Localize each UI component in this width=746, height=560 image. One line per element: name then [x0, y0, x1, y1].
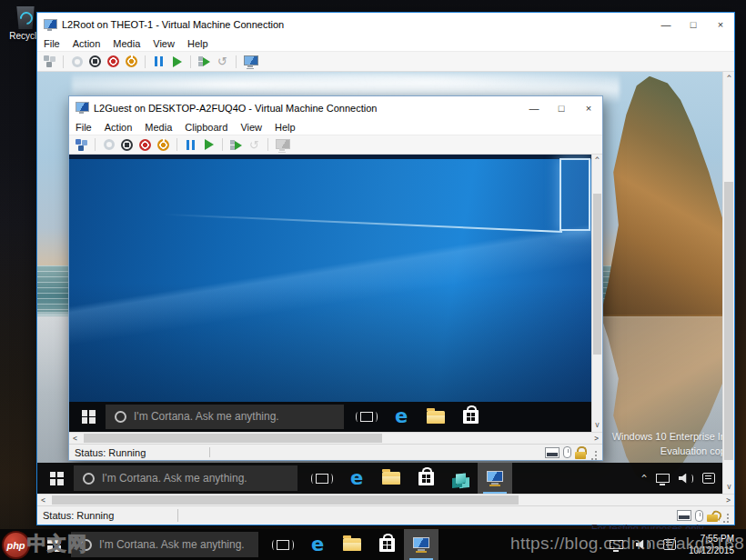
store-icon	[418, 472, 434, 485]
scroll-down-arrow[interactable]: v	[595, 422, 600, 429]
pause-icon[interactable]	[152, 55, 166, 68]
scroll-left-arrow[interactable]: <	[41, 497, 45, 505]
resize-grip[interactable]	[590, 449, 597, 456]
start-icon[interactable]	[70, 55, 84, 68]
inner-menu-view[interactable]: View	[234, 122, 268, 133]
l2root-task-view-button[interactable]	[305, 463, 339, 494]
inner-titlebar[interactable]: L2Guest on DESKTOP-A2FUQ4O - Virtual Mac…	[69, 96, 602, 119]
outer-close-button[interactable]: ×	[707, 13, 734, 36]
host-task-view-button[interactable]	[266, 529, 300, 560]
inner-vm-viewport: I'm Cortana. Ask me anything. e ^	[69, 155, 602, 432]
outer-menu-action[interactable]: Action	[66, 38, 107, 49]
l2root-store-button[interactable]	[408, 463, 443, 494]
shut-down-icon[interactable]	[106, 55, 120, 68]
inner-status-text: Status: Running	[75, 447, 146, 458]
l2root-cortana-search[interactable]: I'm Cortana. Ask me anything.	[74, 465, 297, 490]
vmconnect-icon	[486, 471, 504, 485]
outer-horizontal-scrollbar[interactable]: < >	[37, 494, 734, 505]
scroll-right-arrow[interactable]: >	[594, 435, 599, 443]
file-explorer-icon	[427, 411, 445, 424]
revert-icon[interactable]: ↺	[216, 55, 229, 68]
outer-maximize-button[interactable]: □	[680, 13, 707, 36]
outer-menu-media[interactable]: Media	[106, 38, 146, 49]
inner-menu-file[interactable]: File	[69, 122, 98, 133]
host-cortana-search[interactable]: I'm Cortana. Ask me anything.	[71, 532, 258, 556]
outer-menu-help[interactable]: Help	[181, 38, 215, 49]
outer-minimize-button[interactable]: —	[652, 13, 680, 36]
cortana-placeholder: I'm Cortana. Ask me anything.	[134, 410, 279, 423]
inner-vertical-scrollbar[interactable]: ^ v	[591, 155, 602, 432]
task-view-icon	[316, 474, 328, 484]
l2root-vmconnect-button[interactable]	[478, 463, 512, 494]
cortana-placeholder: I'm Cortana. Ask me anything.	[102, 472, 247, 485]
inner-menu-action[interactable]: Action	[98, 122, 139, 133]
start-icon[interactable]	[102, 138, 116, 152]
inner-menu-help[interactable]: Help	[268, 122, 302, 133]
revert-icon[interactable]: ↺	[247, 138, 261, 152]
l2guest-store-button[interactable]	[453, 402, 488, 432]
scroll-right-arrow[interactable]: >	[726, 497, 731, 505]
inner-vscroll-thumb[interactable]	[593, 194, 601, 355]
host-vmconnect-button[interactable]	[404, 529, 439, 560]
outer-status-text: Status: Running	[43, 510, 114, 521]
l2root-start-button[interactable]	[39, 463, 74, 494]
save-icon[interactable]	[125, 55, 138, 68]
l2root-edge-button[interactable]: e	[339, 463, 374, 494]
enhanced-session-icon[interactable]	[275, 138, 288, 152]
host-store-button[interactable]	[369, 529, 404, 560]
outer-titlebar[interactable]: L2Root on THEOT-1 - Virtual Machine Conn…	[37, 13, 734, 36]
mouse-capture-icon	[695, 510, 703, 522]
network-display-tray-icon[interactable]	[656, 474, 670, 483]
edge-icon: e	[395, 407, 408, 426]
l2root-file-explorer-button[interactable]	[374, 463, 408, 494]
save-icon[interactable]	[156, 138, 170, 152]
inner-menu-clipboard[interactable]: Clipboard	[178, 122, 234, 133]
checkpoint-icon[interactable]	[229, 138, 243, 152]
volume-tray-icon[interactable]	[679, 474, 693, 484]
inner-horizontal-scrollbar[interactable]: < >	[69, 432, 602, 444]
l2guest-task-view-button[interactable]	[349, 402, 384, 432]
pause-icon[interactable]	[184, 138, 197, 152]
outer-menu-file[interactable]: File	[37, 38, 66, 49]
scroll-left-arrow[interactable]: <	[73, 435, 77, 443]
inner-menu-media[interactable]: Media	[138, 122, 178, 133]
inner-minimize-button[interactable]: —	[520, 96, 548, 119]
inner-statusbar: Status: Running	[69, 444, 602, 460]
l2guest-screen: I'm Cortana. Ask me anything. e	[69, 155, 591, 432]
outer-hscroll-thumb[interactable]	[52, 495, 519, 505]
vmconnect-window-icon	[76, 102, 88, 114]
checkpoint-icon[interactable]	[197, 55, 211, 68]
show-hidden-icons-chevron[interactable]: ^	[641, 474, 647, 484]
vmconnect-window-icon	[44, 19, 56, 31]
turn-off-icon[interactable]	[88, 55, 102, 68]
turn-off-icon[interactable]	[120, 138, 134, 152]
l2root-screen: Windows 10 Enterprise In Evaluation cop …	[37, 72, 722, 494]
inner-window-title: L2Guest on DESKTOP-A2FUQ4O - Virtual Mac…	[94, 103, 377, 114]
ctrl-alt-del-icon[interactable]	[75, 138, 88, 152]
scroll-up-arrow[interactable]: ^	[727, 75, 731, 83]
shut-down-icon[interactable]	[138, 138, 152, 152]
scroll-up-arrow[interactable]: ^	[595, 157, 600, 165]
outer-vscroll-thumb[interactable]	[724, 182, 733, 460]
scroll-down-arrow[interactable]: v	[727, 484, 731, 491]
action-center-tray-icon[interactable]	[702, 473, 715, 484]
l2guest-start-button[interactable]	[71, 402, 106, 432]
inner-close-button[interactable]: ×	[575, 96, 602, 119]
outer-menu-view[interactable]: View	[146, 38, 181, 49]
resize-grip[interactable]	[721, 512, 729, 519]
enhanced-session-icon[interactable]	[243, 55, 257, 68]
hero-light-beam	[162, 214, 562, 233]
l2guest-edge-button[interactable]: e	[384, 402, 418, 432]
l2root-system-tray: ^	[641, 473, 722, 484]
host-file-explorer-button[interactable]	[335, 529, 369, 560]
l2guest-file-explorer-button[interactable]	[418, 402, 453, 432]
l2root-hyperv-manager-button[interactable]	[443, 463, 478, 494]
resume-icon[interactable]	[202, 138, 216, 152]
ctrl-alt-del-icon[interactable]	[43, 55, 56, 68]
host-edge-button[interactable]: e	[300, 529, 335, 560]
inner-hscroll-thumb[interactable]	[84, 434, 382, 443]
outer-vertical-scrollbar[interactable]: ^ v	[722, 72, 734, 494]
l2guest-cortana-search[interactable]: I'm Cortana. Ask me anything.	[106, 405, 344, 428]
resume-icon[interactable]	[170, 55, 184, 68]
inner-maximize-button[interactable]: □	[548, 96, 575, 119]
